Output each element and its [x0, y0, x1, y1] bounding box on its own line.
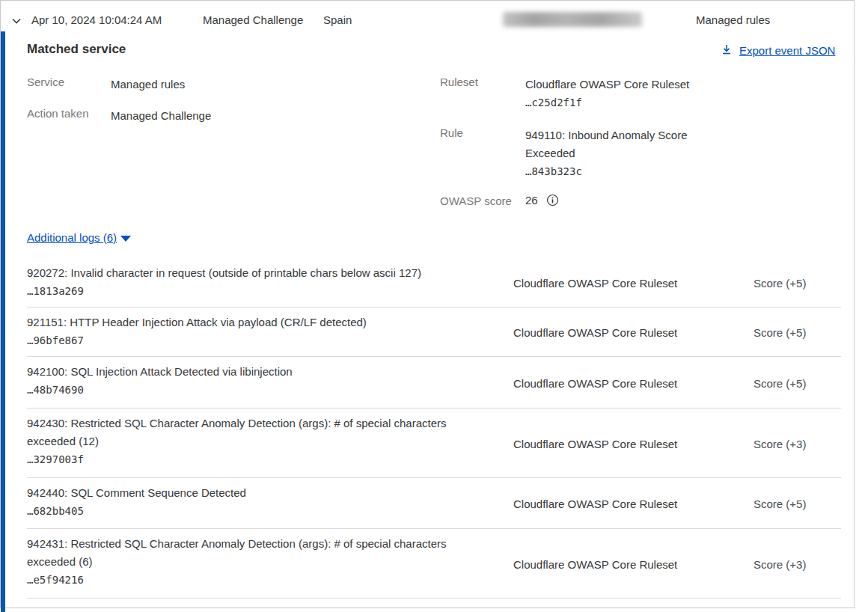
additional-logs-list: 920272: Invalid character in request (ou… — [0, 258, 855, 599]
log-description: 942440: SQL Comment Sequence Detected — [27, 486, 246, 499]
log-ruleset: Cloudflare OWASP Core Ruleset — [513, 498, 677, 510]
matched-service-title: Matched service — [27, 42, 126, 57]
log-rule-id: …e5f94216 — [27, 571, 472, 589]
log-rule-id: …96bfe867 — [27, 331, 472, 349]
log-ruleset: Cloudflare OWASP Core Ruleset — [513, 326, 677, 339]
rule-value: 949110: Inbound Anomaly Score Exceeded — [525, 129, 688, 159]
log-description: 942431: Restricted SQL Character Anomaly… — [27, 537, 447, 568]
additional-logs-label: Additional logs (6) — [27, 231, 117, 244]
log-rule-id: …682bb405 — [27, 502, 472, 520]
log-score: Score (+3) — [754, 557, 806, 570]
log-ruleset: Cloudflare OWASP Core Ruleset — [513, 376, 677, 389]
event-country: Spain — [323, 13, 352, 26]
service-label: Service — [27, 76, 64, 88]
ruleset-id: …c25d2f1f — [525, 94, 705, 111]
event-timestamp: Apr 10, 2024 10:04:24 AM — [31, 13, 162, 26]
log-description: 920272: Invalid character in request (ou… — [27, 266, 421, 279]
event-action: Managed Challenge — [203, 13, 303, 26]
log-description: 942430: Restricted SQL Character Anomaly… — [27, 417, 447, 447]
log-rule-id: …3297003f — [27, 450, 472, 468]
download-icon — [721, 43, 733, 58]
log-row: 942430: Restricted SQL Character Anomaly… — [0, 408, 855, 478]
log-score: Score (+5) — [754, 277, 806, 290]
log-description: 921151: HTTP Header Injection Attack via… — [27, 316, 367, 328]
action-taken-label: Action taken — [27, 107, 89, 120]
owasp-score-label: OWASP score — [440, 195, 512, 207]
rule-id: …843b323c — [525, 162, 705, 180]
log-row: 942440: SQL Comment Sequence Detected …6… — [0, 478, 855, 529]
log-ruleset: Cloudflare OWASP Core Ruleset — [513, 277, 677, 290]
divider — [0, 608, 855, 608]
log-score: Score (+5) — [754, 326, 806, 339]
log-ruleset: Cloudflare OWASP Core Ruleset — [513, 557, 677, 570]
divider — [0, 0, 855, 1]
event-service: Managed rules — [696, 13, 770, 26]
info-icon[interactable] — [546, 194, 559, 206]
ruleset-value: Cloudflare OWASP Core Ruleset — [525, 78, 689, 91]
redacted-host-value — [503, 12, 642, 27]
owasp-score-value: 26 — [525, 194, 538, 206]
collapse-chevron-icon[interactable] — [10, 14, 23, 28]
event-detail-panel: Apr 10, 2024 10:04:24 AM Managed Challen… — [0, 0, 868, 612]
log-description: 942100: SQL Injection Attack Detected vi… — [27, 365, 293, 378]
caret-down-icon — [120, 236, 131, 242]
log-rule-id: …48b74690 — [27, 381, 472, 399]
log-row: 921151: HTTP Header Injection Attack via… — [0, 307, 855, 357]
export-event-json-label: Export event JSON — [739, 44, 835, 57]
log-score: Score (+3) — [754, 437, 806, 450]
log-row: 920272: Invalid character in request (ou… — [0, 258, 855, 307]
log-row: 942431: Restricted SQL Character Anomaly… — [0, 529, 855, 599]
log-row: 942100: SQL Injection Attack Detected vi… — [0, 357, 855, 408]
rule-label: Rule — [440, 126, 463, 139]
additional-logs-toggle[interactable]: Additional logs (6) — [27, 231, 131, 244]
service-value: Managed rules — [111, 76, 185, 94]
ruleset-label: Ruleset — [440, 76, 478, 88]
log-score: Score (+5) — [754, 498, 806, 510]
log-rule-id: …1813a269 — [27, 282, 472, 300]
export-event-json-link[interactable]: Export event JSON — [721, 43, 835, 58]
action-taken-value: Managed Challenge — [111, 107, 211, 125]
log-ruleset: Cloudflare OWASP Core Ruleset — [513, 437, 677, 450]
log-score: Score (+5) — [754, 376, 806, 389]
